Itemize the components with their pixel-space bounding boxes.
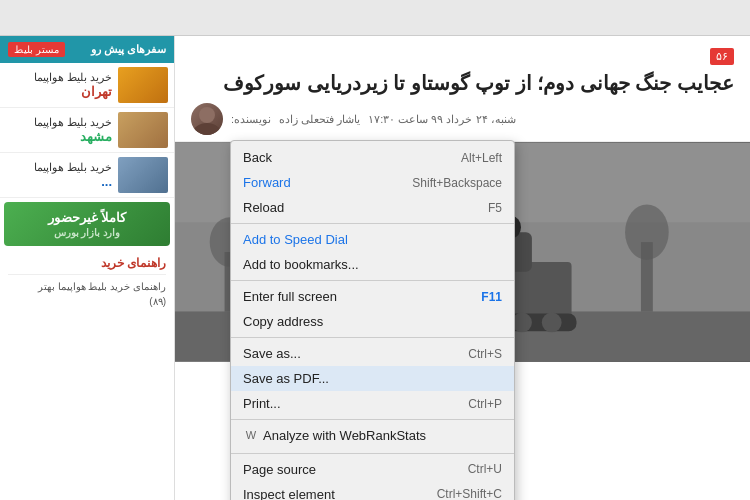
menu-item-label-save-as: Save as... [243, 346, 301, 361]
menu-divider-divider1 [231, 223, 514, 224]
menu-item-shortcut-forward: Shift+Backspace [412, 176, 502, 190]
menu-item-label-inspect: Inspect element [243, 487, 335, 500]
menu-item-inspect[interactable]: Inspect elementCtrl+Shift+C [231, 482, 514, 500]
menu-item-print[interactable]: Print...Ctrl+P [231, 391, 514, 416]
article-date: شنبه، ۲۴ خرداد ۹۹ ساعت ۱۷:۳۰ [368, 113, 515, 126]
menu-item-page-source[interactable]: Page sourceCtrl+U [231, 457, 514, 482]
menu-item-shortcut-fullscreen: F11 [481, 290, 502, 304]
other-info: خرید بلیط هواپیما ... [34, 161, 112, 189]
menu-item-shortcut-print: Ctrl+P [468, 397, 502, 411]
context-menu: BackAlt+LeftForwardShift+BackspaceReload… [230, 140, 515, 500]
guide-item-1[interactable]: (۸۹) [8, 294, 166, 309]
tehran-info: خرید بلیط هواپیما تهران [34, 71, 112, 99]
menu-item-label-back: Back [243, 150, 272, 165]
menu-divider-divider5 [231, 453, 514, 454]
svg-point-14 [512, 312, 532, 332]
menu-item-shortcut-save-as: Ctrl+S [468, 347, 502, 361]
guide-item-0[interactable]: راهنمای خرید بلیط هواپیما بهتر [8, 279, 166, 294]
tehran-image [118, 67, 168, 103]
menu-item-bookmarks[interactable]: Add to bookmarks... [231, 252, 514, 277]
menu-item-save-as[interactable]: Save as...Ctrl+S [231, 341, 514, 366]
menu-item-label-reload: Reload [243, 200, 284, 215]
menu-item-forward[interactable]: ForwardShift+Backspace [231, 170, 514, 195]
menu-item-shortcut-reload: F5 [488, 201, 502, 215]
menu-item-label-save-pdf: Save as PDF... [243, 371, 329, 386]
menu-divider-divider4 [231, 419, 514, 420]
menu-item-label-copy-address: Copy address [243, 314, 323, 329]
mashhad-image [118, 112, 168, 148]
sidebar-top-text: سفرهای پیش رو [91, 43, 166, 56]
menu-item-label-speed-dial: Add to Speed Dial [243, 232, 348, 247]
menu-item-label-print: Print... [243, 396, 281, 411]
article-badge: ۵۶ [710, 48, 734, 65]
svg-point-15 [542, 312, 562, 332]
mashhad-flight-text: خرید بلیط هواپیما [34, 116, 112, 129]
sidebar-item-tehran[interactable]: خرید بلیط هواپیما تهران [0, 63, 174, 108]
menu-item-icon-webrank: W [243, 429, 259, 445]
author-avatar [191, 103, 223, 135]
svg-point-1 [193, 123, 221, 135]
ad-sub-text: وارد بازار بورس [12, 227, 162, 238]
other-image [118, 157, 168, 193]
guide-title: راهنمای خرید [8, 256, 166, 275]
menu-item-label-fullscreen: Enter full screen [243, 289, 337, 304]
mashhad-city-label: مشهد [34, 129, 112, 144]
menu-item-shortcut-inspect: Ctrl+Shift+C [437, 487, 502, 500]
article-header: ۵۶ عجایب جنگ جهانی دوم؛ از توپ گوستاو تا… [175, 36, 750, 142]
menu-item-label-page-source: Page source [243, 462, 316, 477]
sidebar: سفرهای پیش رو مستر بلیط خرید بلیط هواپیم… [0, 36, 175, 500]
ad-text: کاملاً غیرحضور [12, 210, 162, 225]
svg-point-22 [625, 204, 669, 260]
tehran-city-label: تهران [34, 84, 112, 99]
author-label: نویسنده: [231, 113, 271, 126]
menu-item-copy-address[interactable]: Copy address [231, 309, 514, 334]
sidebar-item-other[interactable]: خرید بلیط هواپیما ... [0, 153, 174, 198]
menu-item-shortcut-back: Alt+Left [461, 151, 502, 165]
menu-item-label-forward: Forward [243, 175, 291, 190]
guide-item-text-1: (۸۹) [149, 296, 166, 307]
master-ticket-label[interactable]: مستر بلیط [8, 42, 65, 57]
mashhad-info: خرید بلیط هواپیما مشهد [34, 116, 112, 144]
menu-item-label-webrank: WAnalyze with WebRankStats [243, 428, 426, 445]
sidebar-guide: راهنمای خرید راهنمای خرید بلیط هواپیما ب… [0, 250, 174, 315]
menu-divider-divider3 [231, 337, 514, 338]
svg-point-0 [199, 107, 215, 123]
sidebar-advertisement[interactable]: کاملاً غیرحضور وارد بازار بورس [4, 202, 170, 246]
sidebar-item-mashhad[interactable]: خرید بلیط هواپیما مشهد [0, 108, 174, 153]
menu-item-webrank[interactable]: WAnalyze with WebRankStats [231, 423, 514, 450]
menu-item-reload[interactable]: ReloadF5 [231, 195, 514, 220]
menu-divider-divider2 [231, 280, 514, 281]
menu-item-save-pdf[interactable]: Save as PDF... [231, 366, 514, 391]
article-title: عجایب جنگ جهانی دوم؛ از توپ گوستاو تا زی… [191, 69, 734, 97]
menu-item-fullscreen[interactable]: Enter full screenF11 [231, 284, 514, 309]
sidebar-top: سفرهای پیش رو مستر بلیط [0, 36, 174, 63]
menu-item-label-bookmarks: Add to bookmarks... [243, 257, 359, 272]
menu-item-speed-dial[interactable]: Add to Speed Dial [231, 227, 514, 252]
guide-item-text-0: راهنمای خرید بلیط هواپیما بهتر [38, 281, 166, 292]
tehran-flight-text: خرید بلیط هواپیما [34, 71, 112, 84]
menu-item-shortcut-page-source: Ctrl+U [468, 462, 502, 476]
browser-top-bar [0, 0, 750, 36]
menu-item-back[interactable]: BackAlt+Left [231, 145, 514, 170]
other-city-label: ... [34, 174, 112, 189]
other-flight-text: خرید بلیط هواپیما [34, 161, 112, 174]
article-meta: شنبه، ۲۴ خرداد ۹۹ ساعت ۱۷:۳۰ یاشار فتحعل… [191, 103, 734, 135]
author-name: یاشار فتحعلی زاده [279, 113, 360, 126]
